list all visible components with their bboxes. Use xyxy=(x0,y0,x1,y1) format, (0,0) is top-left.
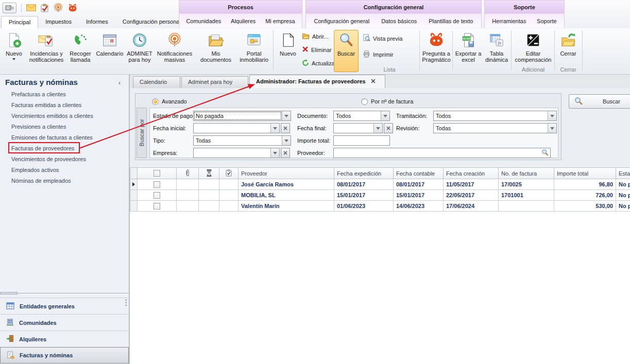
clear-field-button[interactable] xyxy=(281,148,290,158)
broadcast-icon[interactable] xyxy=(54,3,63,12)
tab-close-icon[interactable] xyxy=(371,75,376,88)
adminet-hoy-button[interactable]: ADMINET para hoy xyxy=(126,30,154,72)
tasks-icon[interactable] xyxy=(41,4,49,12)
ribbon-tab-principal[interactable]: Principal xyxy=(1,16,38,28)
table-cell[interactable] xyxy=(130,201,138,212)
dropdown-button[interactable] xyxy=(270,124,279,133)
column-header-fecha-expedicion[interactable]: Fecha expedición xyxy=(334,168,394,179)
radio-avanzado[interactable]: Avanzado xyxy=(152,97,187,106)
dropdown-button[interactable] xyxy=(373,124,382,133)
calendario-button[interactable]: Calendario xyxy=(95,30,125,72)
table-row[interactable]: José García Ramos08/01/201708/01/201711/… xyxy=(130,179,630,190)
sidebar-item[interactable]: Previsiones a clientes xyxy=(11,122,127,132)
clear-field-button[interactable] xyxy=(281,123,290,133)
column-header-estado[interactable]: Estado xyxy=(616,168,630,179)
row-checkbox[interactable] xyxy=(154,192,160,199)
sidebar-item[interactable]: Vencimientos de proveedores xyxy=(11,154,127,165)
ribbon-tab-informes[interactable]: Informes xyxy=(79,16,115,28)
checkbox-column-header[interactable] xyxy=(138,168,177,179)
sidebar-item[interactable]: Vencimientos emitidos a clientes xyxy=(11,111,127,122)
dropdown-button[interactable] xyxy=(381,111,389,120)
cerrar-button[interactable]: Cerrar xyxy=(556,30,580,72)
search-side-tab[interactable]: Buscar por xyxy=(137,108,147,158)
table-cell[interactable] xyxy=(130,190,138,201)
column-header-proveedor[interactable]: Proveedor xyxy=(239,168,334,179)
tab-calendario[interactable]: Calendario xyxy=(133,76,180,88)
proveedor-lookup-input[interactable] xyxy=(333,148,551,158)
sidebar-item-facturas-nominas[interactable]: Facturas y nóminas xyxy=(0,347,129,363)
tab-adminet-para-hoy[interactable]: Adminet para hoy xyxy=(181,76,248,88)
tab-facturas-proveedores[interactable]: Administrador: Facturas de proveedores xyxy=(249,75,385,88)
dropdown-button[interactable] xyxy=(270,148,279,158)
ribbon-tab-alquileres[interactable]: Alquileres xyxy=(228,16,259,26)
revision-combobox[interactable]: Todas xyxy=(433,123,557,133)
ribbon-tab-comunidades[interactable]: Comunidades xyxy=(183,16,224,26)
mail-icon[interactable] xyxy=(26,4,36,11)
sidebar-item[interactable]: Facturas emitidas a clientes xyxy=(11,100,127,111)
sidebar-item[interactable]: Facturas de proveedores xyxy=(11,143,127,154)
vista-previa-button[interactable]: Vista previa xyxy=(363,33,416,43)
dropdown-button[interactable] xyxy=(548,111,556,120)
ribbon-tab-soporte[interactable]: Soporte xyxy=(534,16,560,26)
ribbon-tab-plantillas[interactable]: Plantillas de texto xyxy=(425,16,476,26)
table-row[interactable]: Valentín Marín01/06/202314/06/202317/06/… xyxy=(130,201,630,212)
sidebar-item[interactable]: Prefacturas a clientes xyxy=(11,89,127,100)
fecha-inicial-datepicker[interactable] xyxy=(193,123,280,133)
dropdown-button[interactable] xyxy=(282,136,291,145)
row-checkbox[interactable] xyxy=(154,181,160,188)
table-cell[interactable] xyxy=(138,190,177,201)
nuevo-lista-button[interactable]: Nuevo xyxy=(276,30,300,72)
column-header-fecha-contable[interactable]: Fecha contable xyxy=(394,168,444,179)
mis-documentos-button[interactable]: Mis documentos xyxy=(196,30,236,72)
pending-column-header[interactable] xyxy=(199,168,219,179)
sidebar-item[interactable]: Emisiones de facturas a clientes xyxy=(11,132,127,143)
notificaciones-masivas-button[interactable]: Notificaciones masivas xyxy=(155,30,195,72)
sidebar-item-entidades-generales[interactable]: Entidades generales xyxy=(0,298,129,314)
table-cell[interactable]: MOBILIA, SL xyxy=(239,190,334,201)
ribbon-tab-configuracion-general[interactable]: Configuración general xyxy=(311,16,373,26)
estado-de-pago-combobox[interactable]: No pagada xyxy=(193,111,291,121)
sidebar-item[interactable]: Nóminas de empleados xyxy=(11,176,127,186)
column-header-no-factura[interactable]: No. de factura xyxy=(499,168,554,179)
documento-combobox[interactable]: Todos xyxy=(333,111,390,121)
empresa-combobox[interactable] xyxy=(193,148,280,158)
ribbon-tab-impuestos[interactable]: Impuestos xyxy=(38,16,79,28)
buscar-button[interactable]: Buscar xyxy=(334,30,359,72)
lookup-magnifier-icon[interactable] xyxy=(541,149,549,157)
sidebar-collapse-icon[interactable]: ‹ xyxy=(118,79,121,86)
robot-icon[interactable] xyxy=(67,4,78,12)
table-row[interactable]: MOBILIA, SL15/01/201715/01/201722/05/201… xyxy=(130,190,630,201)
table-cell[interactable] xyxy=(138,201,177,212)
editar-compensacion-button[interactable]: Editar compensación xyxy=(513,30,553,72)
tipo-combobox[interactable]: Todas xyxy=(193,135,291,146)
tramitacion-combobox[interactable]: Todos xyxy=(433,111,557,121)
buscar-submit-button[interactable]: Buscar xyxy=(569,94,630,109)
approved-column-header[interactable] xyxy=(219,168,239,179)
radio-por-numero[interactable]: Por nº de factura xyxy=(361,97,413,106)
dropdown-button[interactable] xyxy=(548,124,556,133)
sidebar-item-comunidades[interactable]: Comunidades xyxy=(0,314,129,331)
sidebar-item[interactable]: Empleados activos xyxy=(11,165,127,176)
clear-field-button[interactable] xyxy=(384,123,393,133)
ribbon-tab-herramientas[interactable]: Herramientas xyxy=(489,16,529,26)
ribbon-tab-mi-empresa[interactable]: Mi empresa xyxy=(262,16,298,26)
ribbon-tab-configuracion-personal[interactable]: Configuración personal xyxy=(115,16,188,28)
column-header-importe-total[interactable]: Importe total xyxy=(554,168,616,179)
attachment-column-header[interactable] xyxy=(177,168,199,179)
header-checkbox[interactable] xyxy=(154,170,160,177)
nuevo-button[interactable]: Nuevo xyxy=(2,30,26,72)
importe-total-input[interactable] xyxy=(333,135,390,146)
sidebar-item-alquileres[interactable]: Alquileres xyxy=(0,331,129,347)
table-cell[interactable] xyxy=(130,179,138,190)
column-header-fecha-creacion[interactable]: Fecha creación xyxy=(444,168,499,179)
incidencias-button[interactable]: Incidencias y notificaciones xyxy=(27,30,66,72)
table-cell[interactable]: Valentín Marín xyxy=(239,201,334,212)
table-cell[interactable]: José García Ramos xyxy=(239,179,334,190)
dropdown-button[interactable] xyxy=(282,111,291,120)
ribbon-tab-datos-basicos[interactable]: Datos básicos xyxy=(378,16,420,26)
fecha-final-datepicker[interactable] xyxy=(333,123,383,133)
pregunta-pragmatico-button[interactable]: Pregunta a Pragmático xyxy=(421,30,451,72)
sidebar-splitter[interactable] xyxy=(0,293,129,295)
row-checkbox[interactable] xyxy=(154,203,160,210)
recoger-llamada-button[interactable]: Recoger llamada xyxy=(67,30,94,72)
